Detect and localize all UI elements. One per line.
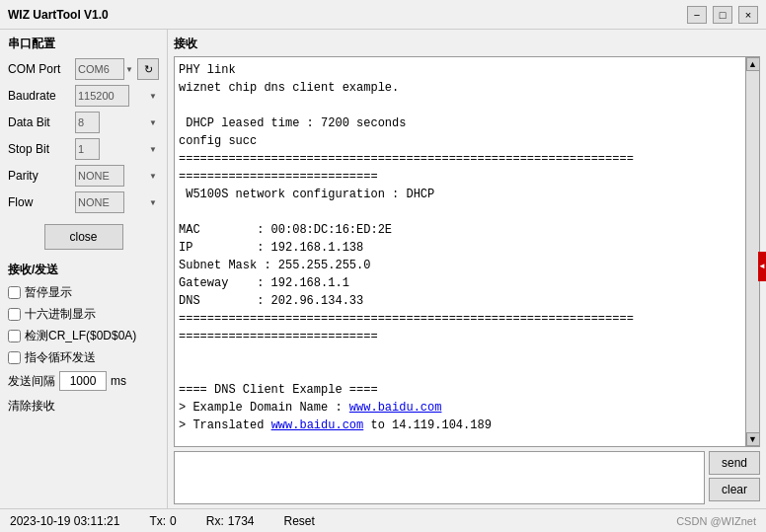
clear-button[interactable]: clear	[709, 478, 760, 501]
hex-display-row: 十六进制显示	[8, 306, 159, 323]
window-controls: − □ ×	[687, 6, 758, 24]
send-button[interactable]: send	[709, 451, 760, 475]
loop-send-label: 指令循环发送	[25, 349, 96, 366]
crlf-checkbox[interactable]	[8, 330, 21, 342]
baudrate-row: Baudrate 115200	[8, 85, 159, 107]
pause-display-checkbox[interactable]	[8, 286, 21, 299]
baudrate-select-wrapper: 115200	[75, 85, 159, 107]
tx-status: Tx: 0	[149, 514, 176, 528]
right-panel: 接收 PHY link wiznet chip dns client examp…	[168, 30, 766, 508]
baidu-link-1[interactable]: www.baidu.com	[349, 401, 442, 415]
com-port-refresh-button[interactable]: ↻	[137, 58, 159, 80]
datetime: 2023-10-19 03:11:21	[10, 514, 119, 528]
rx-value: 1734	[228, 514, 255, 528]
reset-label: Reset	[284, 514, 315, 528]
send-text-input[interactable]	[174, 451, 705, 504]
side-indicator[interactable]	[758, 252, 766, 281]
baudrate-select[interactable]: 115200	[75, 85, 129, 107]
recv-scrollbar: ▲ ▼	[745, 57, 759, 446]
flow-select-wrapper: NONE	[75, 191, 159, 213]
data-bit-label: Data Bit	[8, 115, 75, 129]
baidu-link-2[interactable]: www.baidu.com	[271, 418, 364, 432]
app-title: WIZ UartTool V1.0	[8, 8, 109, 22]
pause-display-label: 暂停显示	[25, 284, 72, 301]
loop-send-checkbox[interactable]	[8, 351, 21, 364]
send-area: send clear	[174, 451, 760, 504]
send-interval-label: 发送间隔	[8, 373, 55, 390]
data-bit-select-wrapper: 8	[75, 112, 159, 133]
scroll-up-button[interactable]: ▲	[746, 57, 760, 71]
stop-bit-select[interactable]: 1	[75, 138, 100, 160]
recv-title: 接收	[174, 36, 760, 52]
parity-row: Parity NONE	[8, 165, 159, 187]
baudrate-label: Baudrate	[8, 89, 75, 103]
status-bar: 2023-10-19 03:11:21 Tx: 0 Rx: 1734 Reset…	[0, 508, 766, 532]
clear-recv-button[interactable]: 清除接收	[8, 398, 159, 415]
crlf-row: 检测CR_LF($0D$0A)	[8, 328, 159, 344]
flow-row: Flow NONE	[8, 191, 159, 213]
stop-bit-select-wrapper: 1	[75, 138, 159, 160]
parity-select-wrapper: NONE	[75, 165, 159, 187]
send-buttons: send clear	[709, 451, 760, 504]
recv-area: PHY link wiznet chip dns client example.…	[175, 57, 745, 446]
flow-select[interactable]: NONE	[75, 191, 124, 213]
parity-label: Parity	[8, 169, 75, 183]
data-bit-select[interactable]: 8	[75, 112, 100, 133]
recv-scroll-container: PHY link wiznet chip dns client example.…	[174, 56, 760, 447]
title-bar: WIZ UartTool V1.0 − □ ×	[0, 0, 766, 30]
rx-status: Rx: 1734	[206, 514, 255, 528]
recv-send-title: 接收/发送	[8, 262, 159, 278]
crlf-label: 检测CR_LF($0D$0A)	[25, 328, 136, 344]
hex-display-label: 十六进制显示	[25, 306, 96, 323]
stop-bit-row: Stop Bit 1	[8, 138, 159, 160]
serial-close-button[interactable]: close	[44, 224, 123, 250]
tx-value: 0	[170, 514, 177, 528]
tx-label: Tx:	[149, 514, 166, 528]
stop-bit-label: Stop Bit	[8, 142, 75, 156]
scroll-down-button[interactable]: ▼	[746, 432, 760, 446]
loop-send-row: 指令循环发送	[8, 349, 159, 366]
com-port-select[interactable]: COM6	[75, 58, 124, 80]
data-bit-row: Data Bit 8	[8, 112, 159, 133]
send-interval-row: 发送间隔 ms	[8, 371, 159, 391]
left-panel: 串口配置 COM Port COM6 ↻ Baudrate 115200 Dat…	[0, 30, 168, 508]
close-window-button[interactable]: ×	[738, 6, 758, 24]
main-layout: 串口配置 COM Port COM6 ↻ Baudrate 115200 Dat…	[0, 30, 766, 508]
rx-label: Rx:	[206, 514, 224, 528]
serial-config-title: 串口配置	[8, 36, 159, 52]
parity-select[interactable]: NONE	[75, 165, 124, 187]
send-interval-input[interactable]	[59, 371, 107, 391]
flow-label: Flow	[8, 195, 75, 209]
com-port-row: COM Port COM6 ↻	[8, 58, 159, 80]
hex-display-checkbox[interactable]	[8, 308, 21, 321]
watermark: CSDN @WIZnet	[676, 515, 756, 527]
com-port-select-wrapper: COM6	[75, 58, 135, 80]
maximize-button[interactable]: □	[713, 6, 732, 24]
minimize-button[interactable]: −	[687, 6, 707, 24]
com-port-label: COM Port	[8, 62, 75, 76]
pause-display-row: 暂停显示	[8, 284, 159, 301]
send-interval-unit: ms	[111, 374, 126, 388]
